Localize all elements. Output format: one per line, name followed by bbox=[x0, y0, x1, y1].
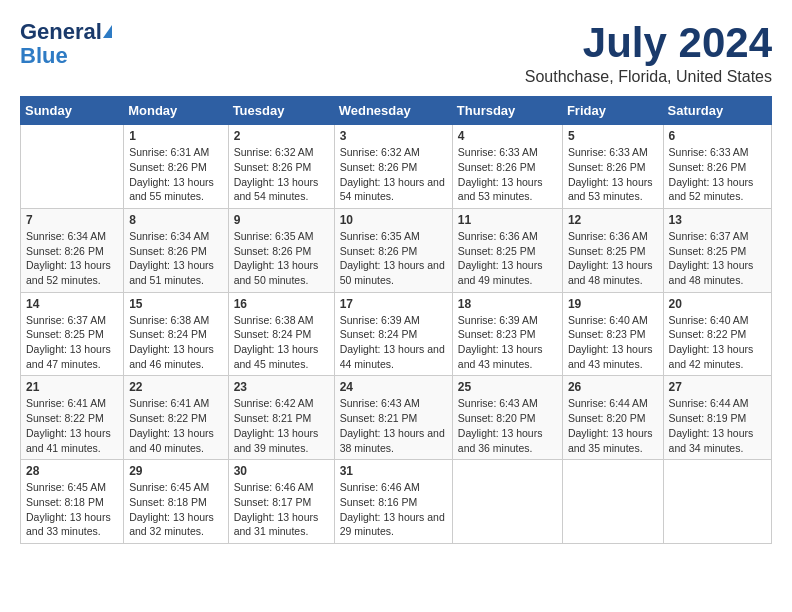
sunset-text: Sunset: 8:25 PM bbox=[568, 244, 658, 259]
day-number: 28 bbox=[26, 464, 118, 478]
cell-content: Sunrise: 6:45 AM Sunset: 8:18 PM Dayligh… bbox=[26, 480, 118, 539]
day-number: 13 bbox=[669, 213, 766, 227]
sunrise-text: Sunrise: 6:42 AM bbox=[234, 396, 329, 411]
daylight-text: Daylight: 13 hours and 39 minutes. bbox=[234, 426, 329, 455]
day-number: 26 bbox=[568, 380, 658, 394]
table-row: 1 Sunrise: 6:31 AM Sunset: 8:26 PM Dayli… bbox=[124, 125, 228, 209]
sunset-text: Sunset: 8:26 PM bbox=[458, 160, 557, 175]
table-row: 18 Sunrise: 6:39 AM Sunset: 8:23 PM Dayl… bbox=[452, 292, 562, 376]
sunrise-text: Sunrise: 6:33 AM bbox=[568, 145, 658, 160]
day-number: 7 bbox=[26, 213, 118, 227]
sunrise-text: Sunrise: 6:46 AM bbox=[340, 480, 447, 495]
sunset-text: Sunset: 8:21 PM bbox=[234, 411, 329, 426]
sunrise-text: Sunrise: 6:41 AM bbox=[26, 396, 118, 411]
table-row: 9 Sunrise: 6:35 AM Sunset: 8:26 PM Dayli… bbox=[228, 208, 334, 292]
sunrise-text: Sunrise: 6:40 AM bbox=[568, 313, 658, 328]
sunrise-text: Sunrise: 6:43 AM bbox=[458, 396, 557, 411]
cell-content: Sunrise: 6:41 AM Sunset: 8:22 PM Dayligh… bbox=[129, 396, 222, 455]
page-subtitle: Southchase, Florida, United States bbox=[525, 68, 772, 86]
header-wednesday: Wednesday bbox=[334, 97, 452, 125]
day-number: 20 bbox=[669, 297, 766, 311]
table-row: 21 Sunrise: 6:41 AM Sunset: 8:22 PM Dayl… bbox=[21, 376, 124, 460]
cell-content: Sunrise: 6:44 AM Sunset: 8:20 PM Dayligh… bbox=[568, 396, 658, 455]
calendar-week-row: 21 Sunrise: 6:41 AM Sunset: 8:22 PM Dayl… bbox=[21, 376, 772, 460]
sunset-text: Sunset: 8:20 PM bbox=[458, 411, 557, 426]
sunset-text: Sunset: 8:22 PM bbox=[129, 411, 222, 426]
day-number: 18 bbox=[458, 297, 557, 311]
day-number: 24 bbox=[340, 380, 447, 394]
sunrise-text: Sunrise: 6:33 AM bbox=[458, 145, 557, 160]
table-row bbox=[663, 460, 771, 544]
sunset-text: Sunset: 8:24 PM bbox=[129, 327, 222, 342]
daylight-text: Daylight: 13 hours and 45 minutes. bbox=[234, 342, 329, 371]
sunrise-text: Sunrise: 6:43 AM bbox=[340, 396, 447, 411]
table-row: 30 Sunrise: 6:46 AM Sunset: 8:17 PM Dayl… bbox=[228, 460, 334, 544]
sunset-text: Sunset: 8:20 PM bbox=[568, 411, 658, 426]
sunrise-text: Sunrise: 6:32 AM bbox=[234, 145, 329, 160]
calendar-header-row: Sunday Monday Tuesday Wednesday Thursday… bbox=[21, 97, 772, 125]
sunset-text: Sunset: 8:26 PM bbox=[234, 160, 329, 175]
sunset-text: Sunset: 8:22 PM bbox=[26, 411, 118, 426]
cell-content: Sunrise: 6:42 AM Sunset: 8:21 PM Dayligh… bbox=[234, 396, 329, 455]
day-number: 11 bbox=[458, 213, 557, 227]
table-row: 12 Sunrise: 6:36 AM Sunset: 8:25 PM Dayl… bbox=[562, 208, 663, 292]
cell-content: Sunrise: 6:33 AM Sunset: 8:26 PM Dayligh… bbox=[669, 145, 766, 204]
cell-content: Sunrise: 6:46 AM Sunset: 8:17 PM Dayligh… bbox=[234, 480, 329, 539]
sunset-text: Sunset: 8:25 PM bbox=[458, 244, 557, 259]
daylight-text: Daylight: 13 hours and 43 minutes. bbox=[568, 342, 658, 371]
header-sunday: Sunday bbox=[21, 97, 124, 125]
day-number: 4 bbox=[458, 129, 557, 143]
cell-content: Sunrise: 6:36 AM Sunset: 8:25 PM Dayligh… bbox=[458, 229, 557, 288]
cell-content: Sunrise: 6:44 AM Sunset: 8:19 PM Dayligh… bbox=[669, 396, 766, 455]
daylight-text: Daylight: 13 hours and 51 minutes. bbox=[129, 258, 222, 287]
cell-content: Sunrise: 6:39 AM Sunset: 8:24 PM Dayligh… bbox=[340, 313, 447, 372]
table-row: 11 Sunrise: 6:36 AM Sunset: 8:25 PM Dayl… bbox=[452, 208, 562, 292]
table-row: 8 Sunrise: 6:34 AM Sunset: 8:26 PM Dayli… bbox=[124, 208, 228, 292]
sunset-text: Sunset: 8:23 PM bbox=[458, 327, 557, 342]
sunset-text: Sunset: 8:25 PM bbox=[669, 244, 766, 259]
sunrise-text: Sunrise: 6:44 AM bbox=[669, 396, 766, 411]
cell-content: Sunrise: 6:36 AM Sunset: 8:25 PM Dayligh… bbox=[568, 229, 658, 288]
table-row: 7 Sunrise: 6:34 AM Sunset: 8:26 PM Dayli… bbox=[21, 208, 124, 292]
table-row: 14 Sunrise: 6:37 AM Sunset: 8:25 PM Dayl… bbox=[21, 292, 124, 376]
day-number: 5 bbox=[568, 129, 658, 143]
day-number: 12 bbox=[568, 213, 658, 227]
sunset-text: Sunset: 8:26 PM bbox=[234, 244, 329, 259]
day-number: 30 bbox=[234, 464, 329, 478]
daylight-text: Daylight: 13 hours and 31 minutes. bbox=[234, 510, 329, 539]
header-tuesday: Tuesday bbox=[228, 97, 334, 125]
daylight-text: Daylight: 13 hours and 35 minutes. bbox=[568, 426, 658, 455]
day-number: 29 bbox=[129, 464, 222, 478]
daylight-text: Daylight: 13 hours and 53 minutes. bbox=[568, 175, 658, 204]
sunset-text: Sunset: 8:26 PM bbox=[129, 244, 222, 259]
sunrise-text: Sunrise: 6:45 AM bbox=[26, 480, 118, 495]
day-number: 6 bbox=[669, 129, 766, 143]
table-row: 28 Sunrise: 6:45 AM Sunset: 8:18 PM Dayl… bbox=[21, 460, 124, 544]
sunrise-text: Sunrise: 6:37 AM bbox=[669, 229, 766, 244]
cell-content: Sunrise: 6:45 AM Sunset: 8:18 PM Dayligh… bbox=[129, 480, 222, 539]
cell-content: Sunrise: 6:40 AM Sunset: 8:23 PM Dayligh… bbox=[568, 313, 658, 372]
daylight-text: Daylight: 13 hours and 53 minutes. bbox=[458, 175, 557, 204]
cell-content: Sunrise: 6:37 AM Sunset: 8:25 PM Dayligh… bbox=[669, 229, 766, 288]
sunset-text: Sunset: 8:26 PM bbox=[26, 244, 118, 259]
header-thursday: Thursday bbox=[452, 97, 562, 125]
daylight-text: Daylight: 13 hours and 36 minutes. bbox=[458, 426, 557, 455]
day-number: 27 bbox=[669, 380, 766, 394]
cell-content: Sunrise: 6:34 AM Sunset: 8:26 PM Dayligh… bbox=[129, 229, 222, 288]
daylight-text: Daylight: 13 hours and 46 minutes. bbox=[129, 342, 222, 371]
sunrise-text: Sunrise: 6:41 AM bbox=[129, 396, 222, 411]
daylight-text: Daylight: 13 hours and 44 minutes. bbox=[340, 342, 447, 371]
logo-general-text: General bbox=[20, 20, 102, 44]
calendar-week-row: 14 Sunrise: 6:37 AM Sunset: 8:25 PM Dayl… bbox=[21, 292, 772, 376]
table-row: 22 Sunrise: 6:41 AM Sunset: 8:22 PM Dayl… bbox=[124, 376, 228, 460]
table-row: 26 Sunrise: 6:44 AM Sunset: 8:20 PM Dayl… bbox=[562, 376, 663, 460]
cell-content: Sunrise: 6:32 AM Sunset: 8:26 PM Dayligh… bbox=[340, 145, 447, 204]
sunrise-text: Sunrise: 6:46 AM bbox=[234, 480, 329, 495]
daylight-text: Daylight: 13 hours and 54 minutes. bbox=[234, 175, 329, 204]
sunset-text: Sunset: 8:18 PM bbox=[26, 495, 118, 510]
sunrise-text: Sunrise: 6:35 AM bbox=[340, 229, 447, 244]
sunset-text: Sunset: 8:18 PM bbox=[129, 495, 222, 510]
page-header: General Blue July 2024 Southchase, Flori… bbox=[20, 20, 772, 86]
table-row: 24 Sunrise: 6:43 AM Sunset: 8:21 PM Dayl… bbox=[334, 376, 452, 460]
sunrise-text: Sunrise: 6:35 AM bbox=[234, 229, 329, 244]
